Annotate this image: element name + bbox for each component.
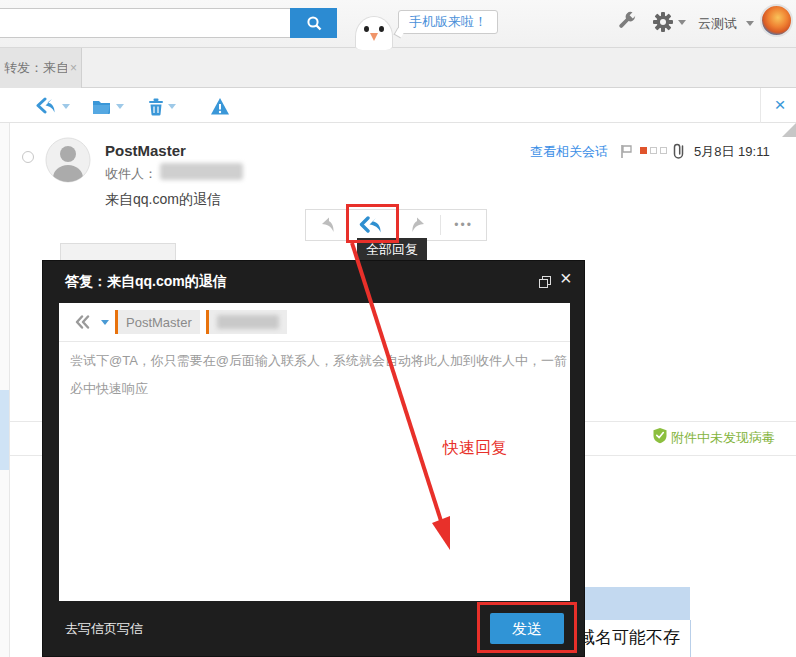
mail-toolbar: × — [0, 88, 796, 123]
more-dots-icon: ••• — [454, 218, 473, 232]
shield-check-icon — [652, 427, 668, 447]
delete-tool-button[interactable] — [148, 93, 176, 119]
search-input[interactable] — [0, 8, 290, 38]
recipient-tag-label: PostMaster — [126, 315, 192, 330]
search-button[interactable] — [290, 8, 337, 38]
sender-avatar — [45, 137, 91, 186]
recipient-label: 收件人： — [105, 165, 157, 183]
mail-close-button[interactable]: × — [768, 93, 792, 117]
annotation-rect-reply-all — [346, 204, 399, 243]
reply-dropdown-caret[interactable] — [62, 104, 70, 109]
recipient-tag-redacted[interactable] — [206, 310, 287, 334]
tab-forward-mail[interactable]: 转发：来自qq... × — [0, 48, 82, 88]
compose-placeholder[interactable]: 尝试下@TA，你只需要在@后面输入联系人，系统就会自动将此人加到收件人中，一箭必… — [70, 347, 570, 403]
recipient-tag-postmaster[interactable]: PostMaster — [115, 310, 200, 334]
annotation-label: 快速回复 — [443, 438, 507, 459]
mail-select-radio[interactable] — [22, 151, 34, 163]
bubble-text: 手机版来啦！ — [409, 14, 487, 29]
mascot-icon — [355, 16, 393, 50]
mail-subject: 来自qq.com的退信 — [105, 191, 221, 209]
tab-label: 转发：来自qq... — [4, 59, 67, 77]
reply-all-mode-icon — [75, 315, 95, 329]
move-folder-tool-button[interactable] — [92, 93, 124, 119]
dialog-restore-icon[interactable] — [539, 276, 552, 289]
tag-square-empty-2[interactable] — [660, 147, 667, 154]
dialog-recipient-row[interactable]: PostMaster — [59, 303, 570, 342]
tag-square-orange[interactable] — [640, 147, 647, 154]
gear-dropdown-caret[interactable] — [678, 20, 686, 25]
toolbar-separator — [760, 88, 761, 123]
trash-dropdown-caret[interactable] — [168, 104, 176, 109]
background-partial-text: 域名可能不存 — [578, 626, 680, 649]
account-dropdown-caret[interactable] — [746, 21, 754, 26]
reply-all-tool-button[interactable] — [36, 93, 70, 119]
dialog-title: 答复：来自qq.com的退信 — [65, 273, 227, 291]
left-rail-highlight — [0, 390, 9, 470]
folder-dropdown-caret[interactable] — [116, 104, 124, 109]
attachment-paperclip-icon — [671, 142, 686, 163]
forward-icon — [406, 216, 430, 234]
annotation-rect-send — [477, 602, 577, 653]
attachment-safe-notice: 附件中未发现病毒 — [671, 429, 775, 447]
reply-mode-caret[interactable] — [101, 320, 109, 325]
mobile-version-bubble[interactable]: 手机版来啦！ — [398, 10, 498, 34]
forward-button[interactable] — [396, 210, 441, 240]
account-name[interactable]: 云测试 — [698, 15, 737, 33]
recipient-redacted — [160, 163, 243, 180]
reply-all-icon — [36, 97, 58, 115]
folder-icon — [92, 98, 112, 115]
search-icon — [305, 14, 323, 32]
mail-date: 5月8日 19:11 — [694, 143, 770, 161]
go-compose-page-link[interactable]: 去写信页写信 — [65, 620, 143, 638]
tab-close-icon[interactable]: × — [70, 61, 77, 75]
top-bar: 手机版来啦！ 云测试 — [0, 0, 796, 48]
user-avatar[interactable] — [760, 4, 793, 37]
reply-button[interactable] — [306, 210, 351, 240]
more-actions-button[interactable]: ••• — [441, 210, 486, 240]
report-tool-button[interactable] — [210, 93, 230, 119]
page-fold-corner[interactable] — [782, 123, 796, 137]
warning-icon — [210, 97, 230, 116]
flag-icon[interactable] — [620, 144, 633, 162]
trash-icon — [148, 97, 164, 116]
gear-icon[interactable] — [652, 11, 674, 36]
wrench-icon[interactable] — [616, 11, 637, 35]
tab-row: 转发：来自qq... × — [0, 48, 796, 88]
dialog-close-icon[interactable]: × — [560, 267, 572, 290]
tag-color-squares[interactable] — [640, 147, 667, 154]
reply-icon — [316, 216, 340, 234]
recipient-redacted — [217, 315, 279, 329]
tag-square-empty-1[interactable] — [650, 147, 657, 154]
view-related-link[interactable]: 查看相关会话 — [530, 143, 608, 161]
sender-name: PostMaster — [105, 142, 186, 159]
